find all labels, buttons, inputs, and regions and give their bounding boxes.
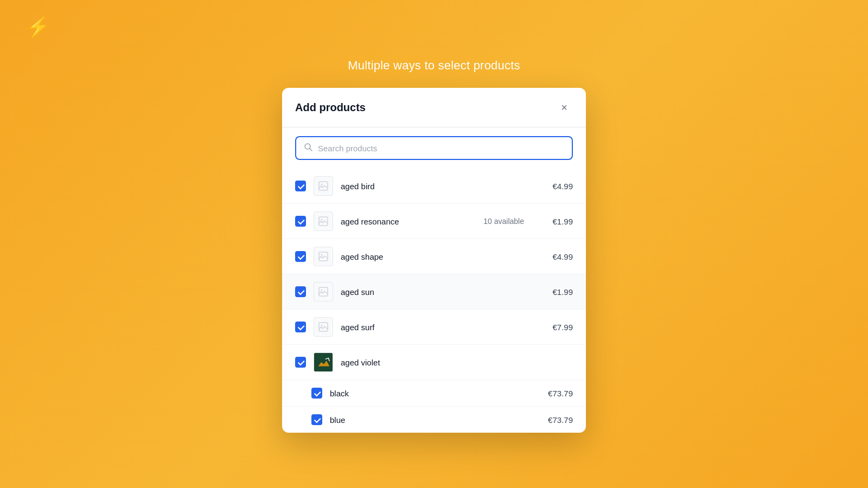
modal-header: Add products × xyxy=(282,88,586,127)
svg-point-3 xyxy=(321,184,323,185)
product-price: €73.79 xyxy=(540,415,573,425)
product-row[interactable]: aged shape€4.99 xyxy=(282,239,586,274)
product-checkbox[interactable] xyxy=(295,216,306,227)
svg-rect-6 xyxy=(319,252,328,261)
close-button[interactable]: × xyxy=(556,99,573,116)
product-price: €4.99 xyxy=(540,252,573,261)
product-row[interactable]: aged violet xyxy=(282,345,586,380)
product-name: aged violet xyxy=(341,358,573,367)
product-row[interactable]: black€73.79 xyxy=(282,380,586,407)
product-image xyxy=(314,211,333,231)
product-row[interactable]: aged bird€4.99 xyxy=(282,169,586,204)
search-wrapper xyxy=(295,136,573,160)
svg-rect-8 xyxy=(319,287,328,296)
product-name: aged shape xyxy=(341,252,533,261)
product-name: aged bird xyxy=(341,182,533,191)
product-price: €73.79 xyxy=(540,389,573,398)
logo: ⚡ xyxy=(26,17,50,37)
product-checkbox[interactable] xyxy=(295,286,306,297)
product-price: €1.99 xyxy=(540,217,573,226)
svg-point-5 xyxy=(321,219,323,221)
product-name: black xyxy=(330,389,533,398)
product-name: aged surf xyxy=(341,323,533,332)
product-row[interactable]: aged surf€7.99 xyxy=(282,310,586,345)
product-checkbox[interactable] xyxy=(295,251,306,262)
product-image xyxy=(314,317,333,337)
product-name: aged resonance xyxy=(341,217,476,226)
svg-point-9 xyxy=(321,290,323,291)
search-container xyxy=(282,127,586,169)
product-image xyxy=(314,247,333,266)
product-name: blue xyxy=(330,415,533,425)
svg-line-1 xyxy=(310,149,312,151)
product-availability: 10 available xyxy=(483,217,524,226)
product-row[interactable]: aged resonance10 available€1.99 xyxy=(282,204,586,239)
product-image xyxy=(314,282,333,301)
product-checkbox[interactable] xyxy=(295,357,306,368)
product-list: aged bird€4.99 aged resonance10 availabl… xyxy=(282,169,586,433)
product-price: €7.99 xyxy=(540,323,573,332)
product-name: aged sun xyxy=(341,287,533,297)
product-checkbox[interactable] xyxy=(311,388,322,399)
product-checkbox[interactable] xyxy=(295,322,306,332)
modal-title: Add products xyxy=(295,101,366,114)
page-title: Multiple ways to select products xyxy=(348,59,520,73)
lightning-icon: ⚡ xyxy=(26,16,50,38)
search-input[interactable] xyxy=(318,144,564,153)
svg-point-7 xyxy=(321,254,323,256)
search-icon xyxy=(304,143,312,153)
product-image xyxy=(314,176,333,196)
svg-rect-2 xyxy=(319,182,328,190)
product-price: €4.99 xyxy=(540,182,573,191)
product-checkbox[interactable] xyxy=(295,181,306,191)
svg-point-11 xyxy=(321,325,323,326)
svg-rect-10 xyxy=(319,323,328,331)
svg-rect-4 xyxy=(319,217,328,226)
product-image xyxy=(314,352,333,372)
product-row[interactable]: aged sun€1.99 xyxy=(282,274,586,310)
product-checkbox[interactable] xyxy=(311,414,322,425)
product-price: €1.99 xyxy=(540,287,573,297)
add-products-modal: Add products × aged bird€4.99 aged reson… xyxy=(282,88,586,433)
product-row[interactable]: blue€73.79 xyxy=(282,407,586,433)
svg-rect-12 xyxy=(314,353,333,371)
